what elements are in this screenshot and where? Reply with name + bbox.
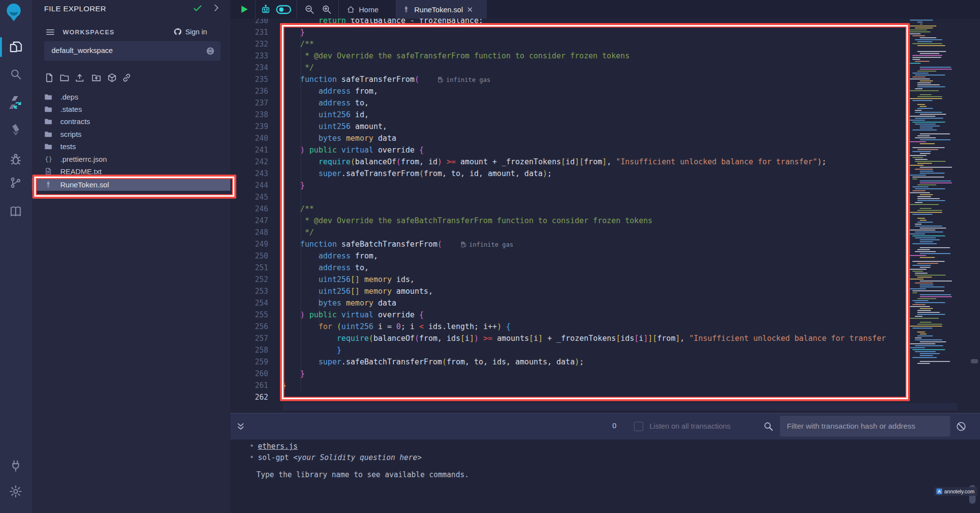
deploy-run-icon[interactable]	[9, 122, 23, 138]
code-text: super.safeBatchTransferFrom(from, to, id…	[282, 356, 584, 368]
file-name: .deps	[60, 93, 78, 101]
line-number: 241	[248, 144, 268, 156]
clear-console-icon[interactable]	[955, 421, 967, 432]
solidity-file-icon	[402, 5, 410, 14]
learneth-icon[interactable]	[8, 205, 23, 218]
new-file-icon[interactable]	[44, 73, 54, 83]
workspace-select[interactable]: default_workspace	[44, 41, 221, 61]
file-name: .states	[60, 105, 82, 113]
close-tab-icon[interactable]	[467, 6, 473, 13]
line-number: 234	[248, 62, 268, 74]
new-folder-icon[interactable]	[59, 73, 70, 83]
code-text: /**	[282, 203, 314, 215]
line-number: 235	[248, 74, 268, 85]
minimap[interactable]	[910, 20, 957, 366]
code-line-231: 231 }	[230, 26, 980, 38]
line-number: 236	[248, 85, 268, 97]
file-actions-row	[32, 73, 230, 85]
listen-checkbox[interactable]	[634, 422, 643, 431]
move-panel-icon[interactable]	[211, 3, 221, 13]
code-editor[interactable]: 230 return totalBalance - frozenBalance;…	[230, 19, 980, 413]
workspace-menu-icon[interactable]	[45, 27, 55, 37]
code-line-253: 253 uint256[] memory amounts,	[230, 285, 980, 297]
file-name: RuneToken.sol	[60, 180, 109, 189]
file-row-scripts[interactable]: scripts	[32, 128, 230, 140]
code-line-240: 240 bytes memory data	[230, 132, 980, 144]
zoom-out-icon[interactable]	[304, 4, 315, 15]
file-row-runetoken-sol[interactable]: RuneToken.sol	[32, 178, 230, 191]
listen-label: Listen on all transactions	[650, 422, 730, 430]
plugin-manager-icon[interactable]	[9, 459, 23, 473]
watermark-badge: A annotely.com	[934, 487, 978, 496]
line-number: 240	[248, 132, 268, 144]
code-line-258: 258 }	[230, 344, 980, 356]
github-sign-in-button[interactable]: Sign in	[173, 26, 207, 38]
remix-logo-icon[interactable]	[4, 2, 24, 22]
line-number: 239	[248, 121, 268, 132]
file-row--deps[interactable]: .deps	[32, 90, 230, 103]
line-number: 247	[248, 215, 268, 227]
terminal-collapse-icon[interactable]	[235, 421, 246, 432]
line-number: 238	[248, 109, 268, 121]
tab-runetoken[interactable]: RuneToken.sol	[396, 0, 487, 19]
code-text: }	[282, 380, 286, 391]
accept-icon[interactable]	[192, 3, 203, 14]
minimap-scroll-handle[interactable]	[971, 359, 978, 363]
remix-ide-window: FILE EXPLORER WORKSPACES Sign in default…	[0, 0, 980, 513]
ai-toggle-icon[interactable]	[276, 5, 291, 14]
solidity-icon	[44, 180, 52, 189]
line-number: 257	[248, 333, 268, 344]
ai-assistant-icon[interactable]	[260, 4, 271, 15]
link-icon[interactable]	[122, 73, 132, 83]
line-number: 260	[248, 368, 268, 380]
file-name: tests	[60, 142, 76, 151]
line-number: 249	[248, 238, 268, 250]
publish-ipfs-icon[interactable]	[107, 73, 117, 83]
tab-home-label: Home	[359, 5, 378, 14]
file-row-contracts[interactable]: contracts	[32, 115, 230, 128]
terminal-header: 0 Listen on all transactions	[230, 413, 980, 439]
code-text: * @dev Override the safeTransferFrom fun…	[282, 50, 629, 62]
sign-in-label: Sign in	[185, 28, 207, 36]
active-plugin-indicator	[0, 37, 2, 57]
code-line-245: 245	[230, 191, 980, 203]
code-text: bytes memory data	[282, 132, 396, 144]
line-number: 253	[248, 285, 268, 297]
workspace-selector-icon	[206, 47, 215, 55]
folder-icon	[44, 93, 52, 101]
upload-file-icon[interactable]	[75, 73, 85, 83]
code-line-232: 232 /**	[230, 38, 980, 50]
code-text: address to,	[282, 262, 369, 274]
transaction-filter-input[interactable]	[780, 416, 950, 436]
file-row-readme-txt[interactable]: README.txt	[32, 165, 230, 178]
search-icon[interactable]	[9, 68, 22, 80]
settings-icon[interactable]	[9, 485, 23, 498]
line-number: 250	[248, 250, 268, 262]
upload-folder-icon[interactable]	[91, 73, 101, 83]
file-row--prettierrc-json[interactable]: {}.prettierrc.json	[32, 153, 230, 165]
debugger-icon[interactable]	[9, 153, 23, 166]
code-text: ) public virtual override {	[282, 144, 424, 156]
file-explorer-icon[interactable]	[9, 39, 23, 54]
git-icon[interactable]	[9, 175, 22, 190]
code-text: uint256[] memory ids,	[282, 274, 415, 285]
file-row-tests[interactable]: tests	[32, 140, 230, 153]
solidity-compiler-icon[interactable]	[8, 92, 23, 113]
code-line-233: 233 * @dev Override the safeTransferFrom…	[230, 50, 980, 62]
zoom-in-icon[interactable]	[321, 4, 332, 15]
code-text: * @dev Override the safeBatchTransferFro…	[282, 215, 653, 227]
file-name: scripts	[60, 130, 81, 138]
ethers-link[interactable]: ethers.js	[258, 442, 298, 451]
editor-horizontal-scrollbar[interactable]	[283, 403, 957, 410]
editor-topbar: Home RuneToken.sol	[230, 0, 980, 19]
code-line-256: 256 for (uint256 i = 0; i < ids.length; …	[230, 321, 980, 333]
file-row--states[interactable]: .states	[32, 103, 230, 115]
line-number: 233	[248, 50, 268, 62]
tab-home[interactable]: Home	[341, 0, 395, 19]
run-script-icon[interactable]	[239, 4, 250, 15]
terminal-hint: Type the library name to see available c…	[256, 469, 469, 480]
folder-icon	[44, 105, 52, 113]
line-number: 231	[248, 26, 268, 38]
file-explorer-panel: FILE EXPLORER WORKSPACES Sign in default…	[32, 0, 230, 513]
code-text: super.safeTransferFrom(from, to, id, amo…	[282, 168, 552, 180]
